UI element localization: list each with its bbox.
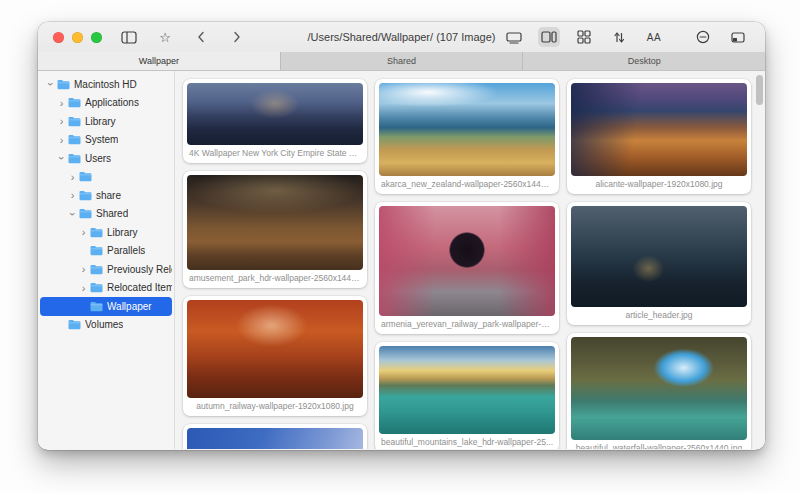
image-thumbnail-nz-bay[interactable] xyxy=(379,83,555,176)
image-filename: beautiful_waterfall-wallpaper-2560x1440.… xyxy=(571,443,747,449)
image-thumbnail-alicante-night[interactable] xyxy=(571,83,747,176)
image-card[interactable]: alicante-wallpaper-1920x1080.jpg xyxy=(567,79,751,194)
chevron-right-icon[interactable]: › xyxy=(79,283,88,293)
folder-icon-wrap xyxy=(90,227,103,238)
image-thumbnail-nyc-dusk[interactable] xyxy=(187,83,363,145)
image-card[interactable]: article_header.jpg xyxy=(567,202,751,325)
image-card[interactable] xyxy=(183,424,367,449)
tab-desktop[interactable]: Desktop xyxy=(522,52,765,70)
minus-circle-icon xyxy=(696,30,710,44)
sidebar-item-macintosh-hd[interactable]: ›Macintosh HD xyxy=(40,75,172,94)
display-view-button[interactable] xyxy=(503,27,525,47)
image-thumbnail-blue-sky[interactable] xyxy=(187,428,363,449)
text-size-button[interactable]: AA xyxy=(643,27,665,47)
folder-icon-wrap xyxy=(79,190,92,201)
image-thumbnail-amusement-park[interactable] xyxy=(187,175,363,270)
image-card[interactable]: beautiful_mountains_lake_hdr-wallpaper-2… xyxy=(375,342,559,449)
tab-shared[interactable]: Shared xyxy=(280,52,523,70)
sidebar-item-label: Applications xyxy=(85,97,139,108)
image-card[interactable]: akarca_new_zealand-wallpaper-2560x1440.j… xyxy=(375,79,559,194)
chevron-right-icon xyxy=(233,31,241,43)
sidebar-toggle-icon xyxy=(121,31,137,44)
folder-icon-wrap xyxy=(68,153,81,164)
chevron-right-icon[interactable]: › xyxy=(79,264,88,274)
chevron-down-icon[interactable]: › xyxy=(68,209,78,218)
chevron-left-icon xyxy=(197,31,205,43)
image-card[interactable]: autumn_railway-wallpaper-1920x1080.jpg xyxy=(183,296,367,416)
image-thumbnail-autumn-railway[interactable] xyxy=(187,300,363,398)
chevron-right-icon[interactable]: › xyxy=(68,172,77,182)
sidebar-item-system[interactable]: ›System xyxy=(40,131,172,150)
favorites-star-button[interactable]: ☆ xyxy=(154,27,176,47)
back-button[interactable] xyxy=(190,27,212,47)
sidebar-item-parallels[interactable]: ›Parallels xyxy=(40,242,172,261)
chevron-right-icon[interactable]: › xyxy=(57,116,66,126)
image-filename: beautiful_mountains_lake_hdr-wallpaper-2… xyxy=(379,437,555,449)
folder-icon-wrap xyxy=(68,97,81,108)
forward-button[interactable] xyxy=(226,27,248,47)
sidebar-toggle-button[interactable] xyxy=(118,27,140,47)
split-view-button[interactable] xyxy=(538,27,560,47)
folder-icon xyxy=(68,97,81,108)
image-card[interactable]: 4K Wallpaper New York City Empire State … xyxy=(183,79,367,163)
popout-window-button[interactable] xyxy=(727,27,749,47)
image-card[interactable]: amusement_park_hdr-wallpaper-2560x1440..… xyxy=(183,171,367,288)
image-card[interactable]: beautiful_waterfall-wallpaper-2560x1440.… xyxy=(567,333,751,449)
sidebar-item-folder-5[interactable]: › xyxy=(40,168,172,187)
display-icon xyxy=(506,31,522,44)
chevron-down-icon[interactable]: › xyxy=(46,80,56,89)
sidebar-item-relocated-items[interactable]: ›Relocated Items xyxy=(40,279,172,298)
folder-icon-wrap xyxy=(90,264,103,275)
tab-wallpaper[interactable]: Wallpaper xyxy=(38,52,280,70)
sidebar-item-shared[interactable]: ›Shared xyxy=(40,205,172,224)
folder-icon-wrap xyxy=(68,116,81,127)
image-filename: amusement_park_hdr-wallpaper-2560x1440..… xyxy=(187,273,363,286)
sidebar-item-users[interactable]: ›Users xyxy=(40,149,172,168)
sidebar-item-volumes[interactable]: ›Volumes xyxy=(40,316,172,335)
chevron-right-icon[interactable]: › xyxy=(57,98,66,108)
image-thumbnail-waterfall-pool[interactable] xyxy=(571,337,747,440)
image-card[interactable]: armenia_yerevan_railway_park-wallpaper-2… xyxy=(375,202,559,334)
sidebar-item-previously-relocat[interactable]: ›Previously Relocat xyxy=(40,260,172,279)
popout-window-icon xyxy=(730,31,746,44)
zoom-window-button[interactable] xyxy=(91,32,102,43)
folder-icon xyxy=(68,153,81,164)
image-thumbnail-mountains-lake[interactable] xyxy=(379,346,555,434)
folder-icon xyxy=(90,282,103,293)
desktop-background: ☆ /Users/Shared/Wallpaper/ (107 Image) xyxy=(0,0,800,493)
sidebar-item-label: Volumes xyxy=(85,319,123,330)
sidebar-item-wallpaper[interactable]: ›Wallpaper xyxy=(40,297,172,316)
chevron-right-icon[interactable]: › xyxy=(79,227,88,237)
sidebar-item-label: Library xyxy=(85,116,116,127)
grid-view-button[interactable] xyxy=(573,27,595,47)
vertical-scrollbar[interactable] xyxy=(756,75,763,105)
sidebar-item-library[interactable]: ›Library xyxy=(40,112,172,131)
sort-button[interactable] xyxy=(608,27,630,47)
folder-icon xyxy=(68,319,81,330)
sidebar-item-label: Previously Relocat xyxy=(107,264,172,275)
folder-icon xyxy=(90,264,103,275)
chevron-right-icon[interactable]: › xyxy=(57,135,66,145)
folder-icon xyxy=(90,227,103,238)
folder-icon xyxy=(57,79,70,90)
thumb-column-1: 4K Wallpaper New York City Empire State … xyxy=(183,79,367,449)
folder-icon xyxy=(90,301,103,312)
close-window-button[interactable] xyxy=(53,32,64,43)
image-thumbnail-armenia-railway[interactable] xyxy=(379,206,555,316)
remove-button[interactable] xyxy=(692,27,714,47)
image-thumbnail-article-nyc[interactable] xyxy=(571,206,747,307)
sidebar-item-share[interactable]: ›share xyxy=(40,186,172,205)
image-filename: armenia_yerevan_railway_park-wallpaper-2… xyxy=(379,319,555,332)
chevron-down-icon[interactable]: › xyxy=(57,154,67,163)
sidebar-item-label: Parallels xyxy=(107,245,145,256)
sidebar-item-label: share xyxy=(96,190,121,201)
sidebar-item-library[interactable]: ›Library xyxy=(40,223,172,242)
sidebar-item-label: Relocated Items xyxy=(107,282,172,293)
folder-icon-wrap xyxy=(79,208,92,219)
folder-icon-wrap xyxy=(79,171,92,182)
sidebar-item-applications[interactable]: ›Applications xyxy=(40,94,172,113)
sidebar-tree: ›Macintosh HD›Applications›Library›Syste… xyxy=(38,71,175,449)
chevron-right-icon[interactable]: › xyxy=(68,190,77,200)
thumbnail-browser: 4K Wallpaper New York City Empire State … xyxy=(175,71,765,449)
minimize-window-button[interactable] xyxy=(72,32,83,43)
